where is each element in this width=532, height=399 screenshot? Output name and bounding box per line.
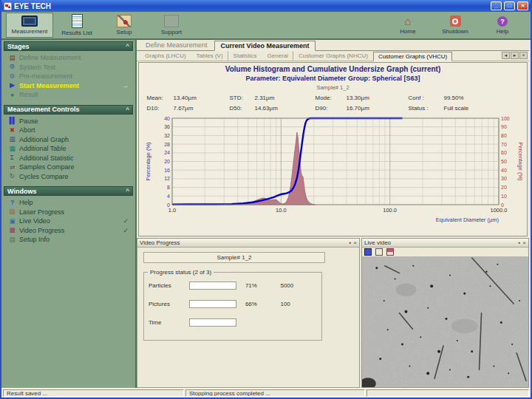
pictures-progress-bar — [189, 300, 236, 308]
subtab-general[interactable]: General — [262, 51, 293, 61]
status-bar: Result saved ... Stopping process comple… — [1, 388, 531, 398]
select-region-tool-icon[interactable] — [364, 248, 372, 256]
stat-value: Full scale — [444, 105, 496, 112]
close-panel-button[interactable]: × — [353, 240, 357, 246]
sidebar-item-start-measurement[interactable]: ▶ Start Measurement → — [4, 81, 133, 91]
sidebar-item-pause[interactable]: ▌▌ Pause — [4, 117, 133, 126]
svg-text:32: 32 — [164, 133, 170, 138]
start-measurement-icon: ▶ — [8, 81, 16, 89]
progress-status-group: Progress status (2 of 3) Particles 71% 5… — [143, 272, 322, 341]
status-message-2: Stopping process completed ... — [185, 389, 365, 397]
sidebar-item-cycles-compare[interactable]: ↻ Cycles Compare — [4, 172, 133, 182]
toolbar-shutdown-button[interactable]: Shutdown — [432, 13, 479, 38]
stat-value: 14.63µm — [255, 105, 316, 112]
tab-scroll-left-button[interactable]: ◂ — [502, 52, 510, 59]
svg-text:40: 40 — [164, 116, 170, 121]
toolbar-home-button[interactable]: ⌂ Home — [384, 13, 432, 38]
svg-text:30: 30 — [501, 176, 507, 181]
subtab-tables[interactable]: Tables (V) — [191, 51, 228, 61]
sidebar-item-setup-info[interactable]: ▤ Setup Info — [4, 235, 133, 245]
support-icon — [164, 15, 179, 27]
toolbar-results-list-button[interactable]: Results List — [53, 13, 100, 38]
help-icon: ? — [497, 16, 508, 27]
toolbar-measurement-button[interactable]: Measurement — [6, 13, 53, 38]
svg-text:20: 20 — [164, 159, 170, 164]
subtab-customer-graphs-2[interactable]: Customer Graphs (VHCU) — [373, 52, 452, 61]
svg-text:10.0: 10.0 — [276, 207, 287, 214]
toolbar-help-button[interactable]: ? Help — [479, 13, 526, 38]
main-content: Define Measurement Current Video Measure… — [137, 40, 531, 388]
sidebar-item-laser-progress[interactable]: ▨ Laser Progress — [4, 208, 133, 217]
svg-text:24: 24 — [164, 150, 170, 155]
collapse-icon[interactable]: ^ — [126, 188, 129, 194]
video-progress-header: Video Progress ▪ × — [137, 239, 359, 248]
main-toolbar: Measurement Results List Setup Support ⌂… — [1, 12, 531, 40]
svg-text:40: 40 — [501, 168, 507, 173]
grid-tool-icon[interactable] — [375, 248, 383, 256]
maximize-button[interactable]: □ — [504, 1, 515, 10]
live-video-feed — [362, 257, 528, 387]
subtab-customer-graphs-1[interactable]: Customer Graphs (NHCU) — [293, 51, 373, 61]
chart-panel: Volume Histogram and Cumulative Undersiz… — [138, 62, 528, 236]
stat-value: 99.50% — [444, 95, 496, 101]
sidebar-item-result[interactable]: ● Result — [4, 90, 133, 100]
checkmark-icon: ✓ — [123, 217, 129, 225]
progress-row-time: Time — [149, 318, 317, 327]
tab-define-measurement[interactable]: Define Measurement — [139, 40, 214, 50]
sidebar-item-system-test[interactable]: ⚙ System Test — [4, 63, 133, 72]
collapse-icon[interactable]: ^ — [126, 106, 129, 113]
app-icon — [4, 2, 12, 10]
stat-value: 2.31µm — [255, 95, 316, 101]
svg-text:50: 50 — [501, 159, 507, 164]
save-frame-tool-icon[interactable] — [386, 248, 394, 256]
pin-button[interactable]: ▪ — [349, 240, 351, 246]
collapse-icon[interactable]: ^ — [126, 43, 129, 50]
stat-label: D50: — [230, 105, 255, 112]
subtab-statistics[interactable]: Statistics — [228, 51, 262, 61]
svg-text:70: 70 — [501, 142, 507, 147]
tab-scroll-right-button[interactable]: ▸ — [511, 52, 519, 59]
sidebar-item-additional-graph[interactable]: ▥ Additional Graph — [4, 135, 133, 145]
sidebar-item-live-video[interactable]: ▣ Live Video ✓ — [4, 216, 133, 226]
pre-measurement-icon: ⚙ — [8, 72, 16, 81]
measurement-controls-panel-header[interactable]: Measurement Controls ^ — [4, 105, 133, 115]
chart-sample-label: Sample# 1_2 — [316, 84, 349, 91]
chart-subtitle: Parameter: Equivalent Diameter Group: Sp… — [245, 75, 420, 82]
sidebar-item-additional-statistic[interactable]: Σ Additional Statistic — [4, 154, 133, 163]
pin-button[interactable]: ▪ — [518, 240, 520, 246]
stages-panel-header[interactable]: Stages ^ — [4, 41, 133, 51]
window-title: EYE TECH — [14, 2, 488, 10]
sidebar-item-additional-table[interactable]: ▦ Additional Table — [4, 144, 133, 154]
toolbar-support-button[interactable]: Support — [148, 13, 195, 38]
cycles-compare-icon: ↻ — [8, 172, 16, 180]
close-button[interactable]: × — [517, 1, 528, 10]
minimize-button[interactable]: _ — [491, 1, 502, 10]
subtab-graphs[interactable]: Graphs (LHCU) — [140, 51, 191, 61]
windows-panel-header[interactable]: Windows ^ — [4, 186, 133, 196]
tab-current-video-measurement[interactable]: Current Video Measurement — [214, 41, 316, 51]
svg-text:60: 60 — [501, 150, 507, 155]
sidebar-item-video-progress[interactable]: ▩ Video Progress ✓ — [4, 226, 133, 236]
close-panel-button[interactable]: × — [522, 240, 526, 246]
status-message-3 — [366, 389, 529, 397]
checkmark-icon: ✓ — [123, 227, 129, 234]
time-progress-bar — [189, 318, 236, 327]
live-video-icon: ▣ — [8, 217, 16, 225]
video-progress-panel: Video Progress ▪ × Sample# 1_2 Progress … — [137, 238, 360, 388]
sidebar-item-pre-measurement[interactable]: ⚙ Pre-measurement — [4, 72, 133, 81]
pause-icon: ▌▌ — [8, 117, 16, 125]
svg-text:100: 100 — [501, 116, 510, 121]
sidebar-item-define-measurement[interactable]: ▤ Define Measurement — [4, 53, 133, 63]
sidebar-item-abort[interactable]: ✖ Abort — [4, 126, 133, 135]
tab-close-button[interactable]: × — [519, 52, 528, 59]
toolbar-setup-button[interactable]: Setup — [100, 13, 148, 38]
svg-text:16: 16 — [164, 168, 170, 173]
progress-status-title: Progress status (2 of 3) — [148, 269, 214, 276]
view-subtabs: Graphs (LHCU) Tables (V) Statistics Gene… — [137, 51, 529, 61]
particles-progress-bar — [189, 282, 236, 290]
sidebar-item-samples-compare[interactable]: ⇄ Samples Compare — [4, 163, 133, 172]
additional-statistic-icon: Σ — [8, 154, 16, 162]
sidebar-item-help[interactable]: ? Help — [4, 198, 133, 208]
shutdown-icon — [450, 16, 461, 27]
stat-value: 16.70µm — [347, 105, 409, 112]
